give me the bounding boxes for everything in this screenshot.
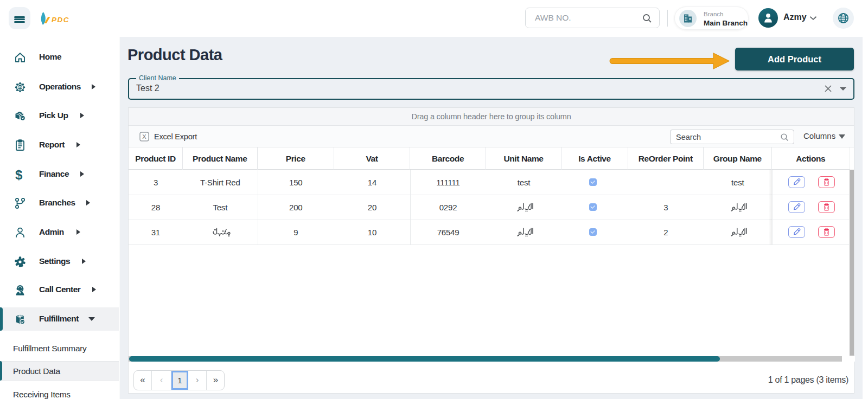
svg-text:X: X [142, 133, 146, 140]
svg-text:PDC: PDC [52, 16, 69, 24]
svg-text:NEW: NEW [17, 86, 23, 89]
